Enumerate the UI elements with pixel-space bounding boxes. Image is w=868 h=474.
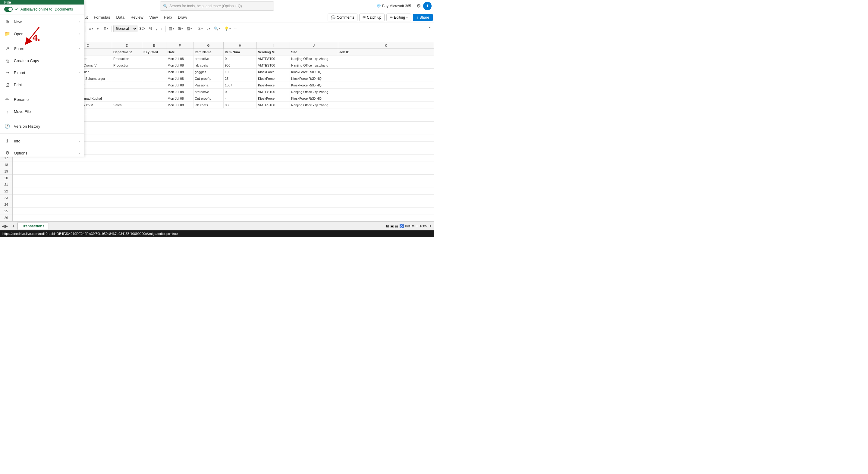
menu-item-new[interactable]: ⊕ New › bbox=[0, 16, 84, 28]
menu-item-create-copy[interactable]: ⎘ Create a Copy bbox=[0, 55, 84, 67]
dec-inc-button[interactable]: ↑ bbox=[159, 26, 164, 32]
row-header-22[interactable]: 22 bbox=[0, 188, 12, 195]
share-button[interactable]: ↑ Share bbox=[413, 14, 433, 21]
cell-k9[interactable] bbox=[338, 102, 434, 108]
cell-f6[interactable]: Mon Jul 08 bbox=[166, 82, 193, 89]
find-button[interactable]: 🔍▾ bbox=[213, 26, 222, 32]
cell-h9[interactable]: 900 bbox=[224, 102, 257, 108]
cell-f9[interactable]: Mon Jul 08 bbox=[166, 102, 193, 108]
keyboard-button[interactable]: ⌨ bbox=[405, 224, 410, 228]
cell-h2[interactable]: 0 bbox=[224, 56, 257, 62]
menu-formulas[interactable]: Formulas bbox=[91, 13, 113, 22]
cell-j8[interactable]: KioskForce R&D HQ bbox=[290, 95, 338, 102]
cell-h6[interactable]: 1007 bbox=[224, 82, 257, 89]
cell-i6[interactable]: KioskForce bbox=[257, 82, 290, 89]
currency-button[interactable]: $€▾ bbox=[138, 26, 147, 32]
zoom-in-button[interactable]: + bbox=[429, 224, 432, 228]
cell-i3[interactable]: VMTEST00 bbox=[257, 62, 290, 69]
cell-d1[interactable]: Department bbox=[112, 49, 142, 56]
number-format-select[interactable]: General bbox=[113, 25, 137, 32]
cell-i1[interactable]: Vending M bbox=[257, 49, 290, 56]
settings-bottom-button[interactable]: ⚙ bbox=[411, 224, 415, 228]
menu-item-options[interactable]: ⚙ Options › bbox=[0, 147, 84, 159]
cell-f4[interactable]: Mon Jul 08 bbox=[166, 69, 193, 75]
cell-styles-button[interactable]: ▧▾ bbox=[185, 26, 193, 32]
align-button[interactable]: ≡▾ bbox=[87, 26, 95, 32]
cell-k4[interactable] bbox=[338, 69, 434, 75]
cell-g2[interactable]: protective bbox=[193, 56, 224, 62]
tab-transactions[interactable]: Transactions bbox=[18, 223, 49, 230]
cell-g5[interactable]: Cut-proof p bbox=[193, 75, 224, 82]
col-header-i[interactable]: I bbox=[257, 42, 290, 49]
cell-e5[interactable] bbox=[142, 75, 166, 82]
avatar[interactable]: 1 bbox=[423, 2, 432, 10]
cell-g4[interactable]: goggles bbox=[193, 69, 224, 75]
menu-item-version-history[interactable]: 🕐 Version History bbox=[0, 120, 84, 132]
menu-item-export[interactable]: ↪ Export › bbox=[0, 67, 84, 78]
wrap-button[interactable]: ↵ bbox=[95, 26, 101, 32]
documents-link[interactable]: Documents bbox=[55, 7, 73, 11]
col-header-d[interactable]: D bbox=[112, 42, 142, 49]
row-header-18[interactable]: 18 bbox=[0, 161, 12, 168]
sort-button[interactable]: ↕▾ bbox=[205, 26, 212, 32]
cell-i4[interactable]: KioskForce bbox=[257, 69, 290, 75]
cell-e4[interactable] bbox=[142, 69, 166, 75]
row-header-20[interactable]: 20 bbox=[0, 175, 12, 181]
cell-k7[interactable] bbox=[338, 89, 434, 95]
menu-item-rename[interactable]: ✏ Rename bbox=[0, 93, 84, 105]
cell-j6[interactable]: KioskForce R&D HQ bbox=[290, 82, 338, 89]
cell-i7[interactable]: VMTEST00 bbox=[257, 89, 290, 95]
row-header-24[interactable]: 24 bbox=[0, 201, 12, 208]
editing-button[interactable]: ✏ Editing ▾ bbox=[386, 13, 411, 22]
autosave-toggle[interactable] bbox=[4, 7, 13, 12]
cell-k3[interactable] bbox=[338, 62, 434, 69]
cell-d6[interactable] bbox=[112, 82, 142, 89]
col-header-k[interactable]: K bbox=[338, 42, 434, 49]
accessibility-button[interactable]: ♿ bbox=[399, 224, 404, 228]
table-button[interactable]: ⊞▾ bbox=[176, 26, 184, 32]
menu-item-print[interactable]: 🖨 Print bbox=[0, 78, 84, 91]
cell-j2[interactable]: Nanjing Office - qs.zhang bbox=[290, 56, 338, 62]
sum-button[interactable]: Σ▾ bbox=[197, 26, 204, 32]
menu-item-share[interactable]: ↗ Share › bbox=[0, 42, 84, 55]
menu-item-info[interactable]: ℹ Info › bbox=[0, 135, 84, 147]
cell-h3[interactable]: 900 bbox=[224, 62, 257, 69]
cell-f1[interactable]: Date bbox=[166, 49, 193, 56]
row-header-19[interactable]: 19 bbox=[0, 168, 12, 175]
menu-view[interactable]: View bbox=[147, 13, 161, 22]
page-layout-view-button[interactable]: ▣ bbox=[390, 224, 394, 228]
nav-left-button[interactable]: ◀ bbox=[2, 224, 4, 228]
col-header-f[interactable]: F bbox=[166, 42, 193, 49]
cell-g3[interactable]: lab coats bbox=[193, 62, 224, 69]
buy-ms365-button[interactable]: 💎 Buy Microsoft 365 bbox=[373, 3, 414, 9]
cell-j1[interactable]: Site bbox=[290, 49, 338, 56]
menu-data[interactable]: Data bbox=[113, 13, 127, 22]
cell-h7[interactable]: 0 bbox=[224, 89, 257, 95]
cell-e8[interactable] bbox=[142, 95, 166, 102]
col-header-g[interactable]: G bbox=[193, 42, 224, 49]
cell-j4[interactable]: KioskForce R&D HQ bbox=[290, 69, 338, 75]
row-header-26[interactable]: 26 bbox=[0, 214, 12, 221]
row-header-21[interactable]: 21 bbox=[0, 181, 12, 188]
cell-h4[interactable]: 10 bbox=[224, 69, 257, 75]
cell-d3[interactable]: Production bbox=[112, 62, 142, 69]
cell-i2[interactable]: VMTEST00 bbox=[257, 56, 290, 62]
cell-k1[interactable]: Job ID bbox=[338, 49, 434, 56]
cell-e2[interactable] bbox=[142, 56, 166, 62]
menu-review[interactable]: Review bbox=[127, 13, 147, 22]
search-bar[interactable]: 🔍 Search for tools, help, and more (Opti… bbox=[160, 1, 274, 10]
cell-g8[interactable]: Cut-proof p bbox=[193, 95, 224, 102]
cell-k8[interactable] bbox=[338, 95, 434, 102]
cell-e1[interactable]: Key Card bbox=[142, 49, 166, 56]
cell-d2[interactable]: Production bbox=[112, 56, 142, 62]
cell-j7[interactable]: Nanjing Office - qs.zhang bbox=[290, 89, 338, 95]
cell-d7[interactable] bbox=[112, 89, 142, 95]
col-header-j[interactable]: J bbox=[290, 42, 338, 49]
cell-g7[interactable]: protective bbox=[193, 89, 224, 95]
row-header-25[interactable]: 25 bbox=[0, 208, 12, 214]
cell-f3[interactable]: Mon Jul 08 bbox=[166, 62, 193, 69]
cell-h1[interactable]: Item Num bbox=[224, 49, 257, 56]
col-header-h[interactable]: H bbox=[224, 42, 257, 49]
cell-j9[interactable]: Nanjing Office - qs.zhang bbox=[290, 102, 338, 108]
add-sheet-button[interactable]: + bbox=[10, 222, 18, 230]
